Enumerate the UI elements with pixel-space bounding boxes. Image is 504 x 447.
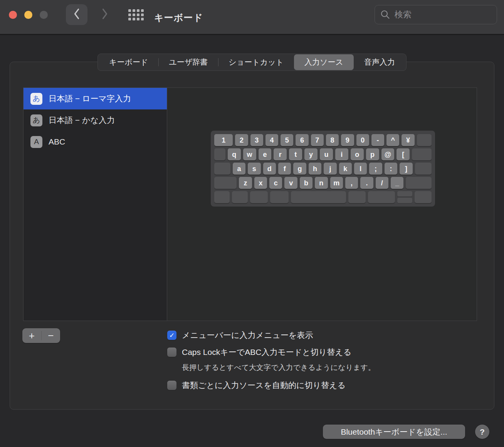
key-;: ; [369,163,382,175]
tab-shortcuts[interactable]: ショートカット [218,54,294,70]
input-source-label: 日本語 − ローマ字入力 [49,93,167,104]
forward-button[interactable] [97,4,113,25]
key-g: g [293,163,306,175]
input-sources-box: あ日本語 − ローマ字入力あ日本語 − かな入力AABC 1234567890-… [23,87,477,321]
tab-keyboard[interactable]: キーボード [99,54,158,70]
key-x: x [254,177,267,189]
key-blank [417,134,432,146]
key-e: e [259,148,272,160]
keyboard-row-4: zxcvbnm,./_ [214,177,432,189]
key-r: r [274,148,287,160]
tab-input-sources[interactable]: 入力ソース [294,54,354,70]
key-4: 4 [265,134,278,146]
key-c: c [269,177,282,189]
key-^: ^ [386,134,399,146]
key-6: 6 [296,134,308,146]
key-7: 7 [311,134,324,146]
checkbox-caps-lock-toggle[interactable] [167,348,176,357]
key-blank [415,191,432,203]
keyboard-row-1: 1234567890-^¥ [214,134,432,146]
checkbox-auto-switch-document[interactable] [167,381,176,390]
key-h: h [309,163,321,175]
input-source-list[interactable]: あ日本語 − ローマ字入力あ日本語 − かな入力AABC [24,88,167,321]
key-blank [368,191,395,203]
chevron-right-icon [101,8,108,22]
option-subtext-caps-lock-toggle: 長押しするとすべて大文字で入力できるようになります。 [182,363,375,373]
key--: - [371,134,384,146]
key-¥: ¥ [402,134,414,146]
close-button[interactable] [9,11,17,19]
question-mark-icon: ? [480,427,485,437]
key-blank [214,177,237,189]
key-y: y [304,148,318,160]
keyboard-row-2: qwertyuiop@[ [214,148,432,160]
page-title: キーボード [154,0,203,35]
key-t: t [289,148,302,160]
key-i: i [335,148,348,160]
key-f: f [278,163,291,175]
title-bar: キーボード [0,0,504,35]
key-p: p [366,148,379,160]
key-n: n [315,177,328,189]
key-arrows [397,191,413,203]
key-blank [250,191,268,203]
key-2: 2 [235,134,248,146]
option-row-caps-lock-toggle: Caps LockキーでABC入力モードと切り替える [167,347,375,358]
key-5: 5 [281,134,293,146]
key-blank [270,191,289,203]
checkbox-show-input-menu[interactable]: ✓ [167,331,176,340]
key-[: [ [396,148,410,160]
key-l: l [354,163,367,175]
chevron-left-icon [73,8,80,22]
option-row-show-input-menu: ✓メニューバーに入力メニューを表示 [167,330,375,341]
help-button[interactable]: ? [475,425,489,439]
setup-bluetooth-keyboard-button[interactable]: Bluetoothキーボードを設定... [323,425,465,439]
zoom-button[interactable] [40,11,48,19]
search-field[interactable] [375,5,497,24]
minimize-button[interactable] [24,11,32,19]
tab-bar: キーボードユーザ辞書ショートカット入力ソース音声入力 [97,54,407,71]
key-3: 3 [250,134,263,146]
key-8: 8 [326,134,339,146]
options-section: ✓メニューバーに入力メニューを表示Caps LockキーでABC入力モードと切り… [167,330,375,397]
option-label-caps-lock-toggle: Caps LockキーでABC入力モードと切り替える [182,347,351,358]
source-row-abc[interactable]: AABC [24,131,167,153]
key-:: : [385,163,397,175]
input-source-badge-icon: あ [30,114,42,126]
search-icon [380,10,390,20]
key-b: b [300,177,312,189]
input-source-detail-pane: 1234567890-^¥qwertyuiop@[asdfghjkl;:]zxc… [167,88,477,321]
add-source-button[interactable]: + [22,328,41,343]
option-label-auto-switch-document: 書類ごとに入力ソースを自動的に切り替える [182,380,346,391]
input-source-label: 日本語 − かな入力 [49,115,167,126]
key-m: m [330,177,343,189]
tab-dictation[interactable]: 音声入力 [354,54,405,70]
key-k: k [339,163,352,175]
key-,: , [345,177,358,189]
key-v: v [284,177,297,189]
tab-user-dictionary[interactable]: ユーザ辞書 [158,54,218,70]
input-source-label: ABC [49,137,167,146]
key-blank [415,163,432,175]
keyboard-layout-preview: 1234567890-^¥qwertyuiop@[asdfghjkl;:]zxc… [211,131,435,207]
source-row-japanese-kana[interactable]: あ日本語 − かな入力 [24,109,167,131]
key-blank [214,163,230,175]
keyboard-row-5 [214,191,432,203]
key-z: z [239,177,252,189]
key-9: 9 [341,134,354,146]
add-remove-control: + − [22,328,60,343]
key-/: / [376,177,388,189]
source-row-japanese-romaji[interactable]: あ日本語 − ローマ字入力 [24,88,167,109]
show-all-grid-icon[interactable] [128,9,144,20]
key-blank [406,177,432,189]
keyboard-row-3: asdfghjkl;:] [214,163,432,175]
remove-source-button[interactable]: − [42,328,60,343]
key-@: @ [381,148,395,160]
key-s: s [248,163,260,175]
search-input[interactable] [395,10,504,20]
key-u: u [320,148,333,160]
key-blank [291,191,346,203]
key-]: ] [400,163,412,175]
back-button[interactable] [66,4,87,25]
traffic-lights [9,11,48,19]
